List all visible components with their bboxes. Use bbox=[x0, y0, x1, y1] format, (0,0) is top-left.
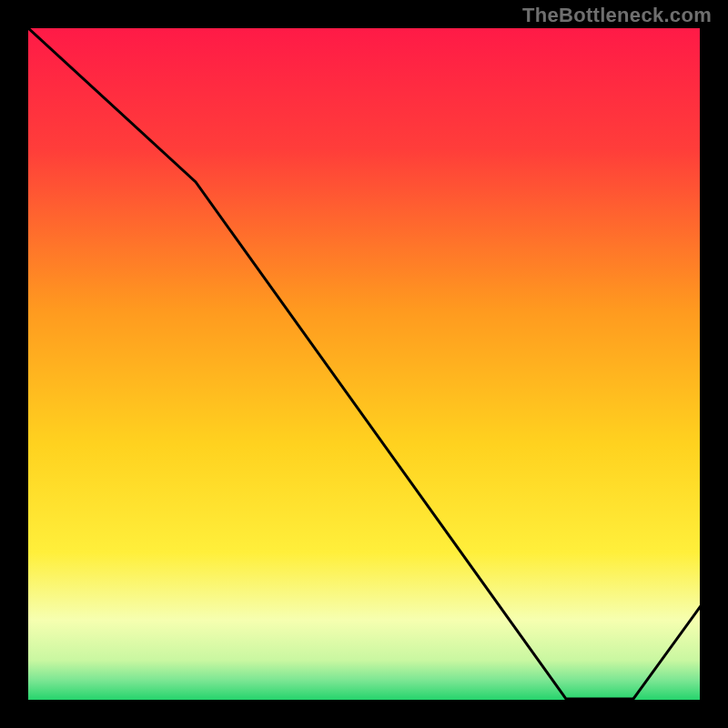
chart-svg bbox=[27, 27, 701, 701]
chart-frame: TheBottleneck.com bbox=[0, 0, 728, 728]
gradient-background bbox=[27, 27, 701, 701]
watermark-text: TheBottleneck.com bbox=[522, 4, 712, 27]
plot-area bbox=[27, 27, 701, 701]
